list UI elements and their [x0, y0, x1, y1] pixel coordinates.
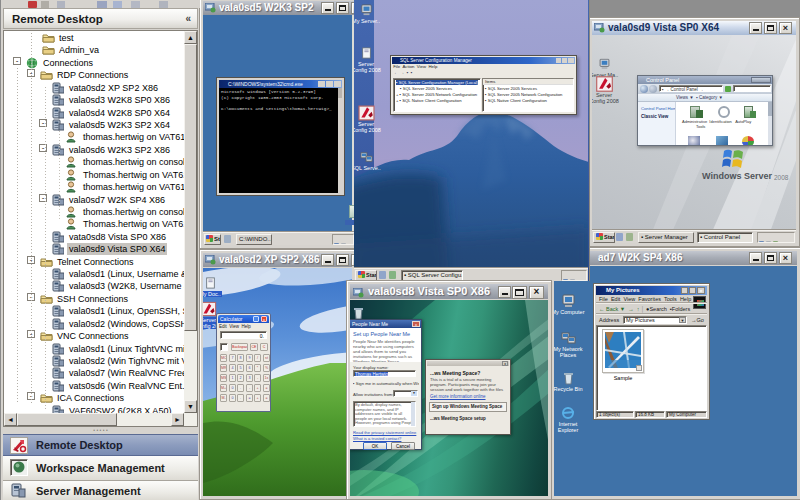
svg-text:2008: 2008 — [774, 174, 789, 181]
svg-text:Windows Server: Windows Server — [702, 171, 772, 181]
